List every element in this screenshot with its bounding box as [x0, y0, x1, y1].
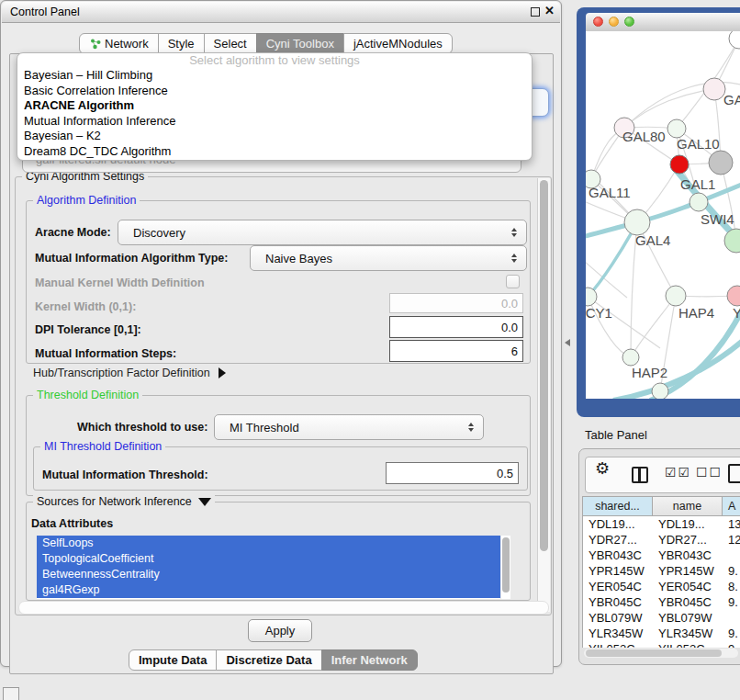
control-panel-titlebar[interactable]: Control Panel ✕	[2, 2, 560, 23]
zoom-button[interactable]	[624, 17, 634, 27]
network-window-titlebar[interactable]	[586, 13, 740, 32]
tab-impute-data[interactable]: Impute Data	[129, 649, 217, 671]
column-header-shared-name[interactable]: shared...	[583, 497, 653, 516]
cell[interactable]: YDR27...	[583, 532, 653, 548]
cell[interactable]: YIL052C	[583, 641, 653, 648]
cell[interactable]: YLR345W	[583, 626, 653, 641]
tab-infer-network[interactable]: Infer Network	[321, 649, 418, 671]
node-hap4[interactable]	[666, 286, 686, 306]
cell[interactable]: YBL079W	[653, 610, 723, 626]
node-gal4[interactable]	[624, 209, 650, 235]
column-chooser-icon[interactable]	[632, 467, 648, 483]
tab-discretize-data[interactable]: Discretize Data	[216, 649, 321, 671]
cell[interactable]: YER054C	[583, 579, 653, 594]
cell[interactable]: 12	[723, 532, 740, 548]
table-row[interactable]: YDR27...YDR27...12	[583, 532, 740, 548]
minimized-panel-icon[interactable]	[3, 687, 19, 700]
cell[interactable]: 9	[723, 641, 740, 648]
cell[interactable]: YDR27...	[653, 532, 723, 548]
dropdown-item[interactable]: Mutual Information Inference	[17, 114, 532, 130]
dropdown-item[interactable]: Dream8 DC_TDC Algorithm	[17, 144, 532, 160]
tab-cyni-toolbox[interactable]: Cyni Toolbox	[256, 33, 344, 54]
cell[interactable]: YLR345W	[653, 626, 723, 641]
table-row[interactable]: YER054CYER054C8.	[583, 579, 740, 594]
cell[interactable]: 8.	[723, 579, 740, 594]
hub-definition-section[interactable]: Hub/Transcription Factor Definition	[33, 367, 226, 379]
settings-scrollbar-thumb[interactable]	[540, 180, 548, 551]
manual-kernel-checkbox[interactable]	[506, 275, 520, 288]
cell[interactable]: YBR043C	[653, 548, 723, 563]
table-row[interactable]: YBL079WYBL079W	[583, 610, 740, 626]
node-cut-bottom[interactable]	[652, 383, 668, 399]
cell[interactable]: 9.	[723, 563, 740, 579]
cell[interactable]: YPR145W	[653, 563, 723, 579]
cell[interactable]: 13	[723, 516, 740, 532]
cell[interactable]: YER054C	[653, 579, 723, 594]
table-row[interactable]: YIL052CYIL052C9	[583, 641, 740, 648]
column-header-cut[interactable]: A	[723, 497, 740, 516]
node-gray[interactable]	[709, 151, 733, 175]
node-pink-right[interactable]	[727, 286, 740, 306]
node-cut-top[interactable]	[729, 31, 740, 49]
dpi-tolerance-field[interactable]	[389, 316, 523, 338]
deselect-all-icon[interactable]: ☐☐	[696, 465, 723, 480]
close-icon[interactable]: ✕	[544, 4, 555, 17]
cell[interactable]: YDL19...	[583, 516, 653, 532]
new-table-icon[interactable]	[728, 464, 740, 483]
float-window-icon[interactable]	[531, 7, 540, 17]
cell[interactable]: YIL052C	[653, 641, 723, 648]
select-all-icon[interactable]: ☑☑	[665, 465, 691, 480]
cell[interactable]: YBR045C	[583, 594, 653, 610]
network-canvas[interactable]: GAL GAL80 GAL10 GAL1 GAL11 SWI4 GAL4 GCY…	[586, 31, 740, 399]
chevron-right-icon[interactable]	[219, 367, 226, 378]
table-row[interactable]: YDL19...YDL19...13	[583, 516, 740, 532]
tab-select[interactable]: Select	[204, 33, 257, 54]
attributes-list-scrollbar[interactable]	[501, 536, 510, 599]
table-horizontal-scrollbar[interactable]	[584, 649, 738, 658]
cell[interactable]: YBR043C	[583, 548, 653, 563]
table-row[interactable]: YPR145WYPR145W9.	[583, 563, 740, 579]
cell[interactable]: 9.	[723, 594, 740, 610]
node-gal-cut[interactable]	[703, 78, 725, 100]
tab-style[interactable]: Style	[158, 33, 205, 54]
mi-type-combo[interactable]: Naive Bayes	[250, 245, 527, 271]
tab-network[interactable]: Network	[79, 33, 159, 54]
cell[interactable]	[723, 610, 740, 626]
dropdown-item[interactable]: Bayesian – Hill Climbing	[17, 68, 532, 84]
column-header-name[interactable]: name	[653, 497, 723, 516]
cell[interactable]: 9.	[723, 626, 740, 641]
cell[interactable]: YDL19...	[653, 516, 723, 532]
mi-threshold-field[interactable]	[386, 462, 519, 484]
node-hap2[interactable]	[622, 349, 639, 366]
attribute-item[interactable]: gal4RGexp	[37, 582, 500, 598]
dropdown-item[interactable]: Bayesian – K2	[17, 129, 532, 144]
close-button[interactable]	[593, 17, 603, 27]
settings-horizontal-scrollbar[interactable]	[18, 601, 549, 615]
dropdown-item-selected[interactable]: ARACNE Algorithm	[17, 98, 532, 114]
apply-button[interactable]: Apply	[248, 619, 312, 642]
attribute-item[interactable]: TopologicalCoefficient	[37, 551, 500, 567]
node-swi4[interactable]	[690, 193, 708, 211]
settings-vertical-scrollbar[interactable]	[537, 178, 550, 612]
dropdown-item[interactable]: Basic Correlation Inference	[17, 84, 532, 99]
panel-divider-handle-icon[interactable]	[565, 339, 570, 346]
cell[interactable]: YPR145W	[583, 563, 653, 579]
table-row[interactable]: YLR345WYLR345W9.	[583, 626, 740, 641]
attribute-item[interactable]: BetweennessCentrality	[37, 567, 500, 582]
minimize-button[interactable]	[609, 17, 619, 27]
table-row[interactable]: YBR045CYBR045C9.	[583, 594, 740, 610]
node-gal10[interactable]	[667, 119, 686, 138]
chevron-down-icon[interactable]	[198, 498, 211, 506]
cell[interactable]: YBL079W	[583, 610, 653, 626]
attribute-item[interactable]: SelfLoops	[37, 536, 500, 551]
cell[interactable]	[723, 548, 740, 563]
which-threshold-combo[interactable]: MI Threshold	[214, 414, 484, 440]
aracne-mode-combo[interactable]: Discovery	[118, 220, 527, 245]
cell[interactable]: YBR045C	[653, 594, 723, 610]
tab-jactivemnodules[interactable]: jActiveMNodules	[343, 33, 453, 54]
mi-steps-field[interactable]	[389, 340, 523, 362]
table-row[interactable]: YBR043CYBR043C	[583, 548, 740, 563]
sources-title[interactable]: Sources for Network Inference	[33, 495, 215, 508]
node-gal1-selected[interactable]	[670, 155, 689, 174]
table-scrollbar-thumb[interactable]	[586, 649, 722, 657]
